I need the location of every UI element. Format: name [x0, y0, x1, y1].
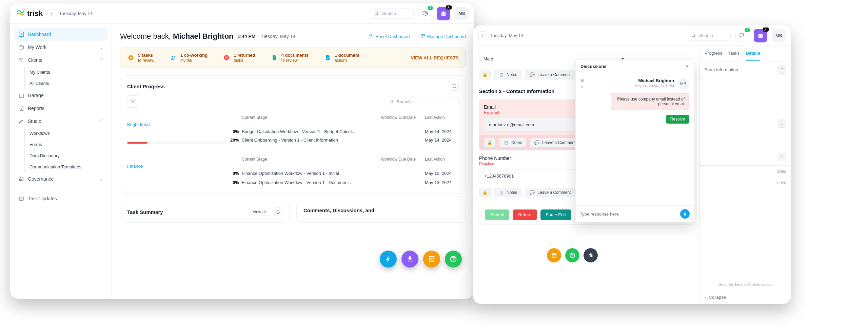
discussion-author: Michael Brighton — [588, 78, 674, 83]
side-section-2[interactable]: ⌄ — [700, 115, 791, 132]
filter-button[interactable] — [127, 95, 139, 108]
view-all-button[interactable]: View all — [249, 208, 270, 216]
logo: trisk — [16, 9, 43, 18]
bell-icon — [18, 196, 24, 202]
comment-pill[interactable]: 💬Leave a Comment — [525, 70, 575, 79]
search-input[interactable] — [397, 99, 454, 104]
form-detail-window: Tuesday, May 14 Search 2 AI MB Male ▾ 🔒 … — [473, 25, 791, 304]
trash-icon[interactable]: 🗑 — [580, 78, 585, 83]
edit-icon[interactable]: ✎ — [580, 85, 585, 90]
alert-tasks[interactable]: 5 tasksto review — [127, 53, 162, 63]
client-link-finance[interactable]: Finance — [127, 164, 459, 169]
send-button[interactable] — [680, 209, 690, 219]
notes-pill[interactable]: ▤Notes — [494, 70, 521, 79]
lock-pill[interactable]: 🔒 — [479, 188, 491, 197]
fab-lightning[interactable] — [380, 251, 397, 268]
chevron-down-icon: ⌄ — [778, 120, 786, 128]
search-icon — [691, 33, 696, 38]
mini-fab-archive[interactable] — [547, 248, 561, 262]
chevron-up-icon: ⌃ — [778, 153, 786, 161]
mini-fab-up[interactable]: UP — [584, 248, 598, 262]
alert-returned[interactable]: 1 returnedtasks — [223, 53, 263, 63]
reset-dashboard-link[interactable]: Reset Dashboard — [369, 34, 410, 39]
ai-assistant-button[interactable]: AI — [437, 7, 450, 20]
view-all-requests-link[interactable]: VIEW ALL REQUESTS — [411, 55, 459, 60]
collapse-button[interactable]: › Collapse — [700, 291, 791, 304]
nav-garage[interactable]: Garage — [14, 89, 107, 102]
notes-pill[interactable]: ▤Notes — [494, 188, 521, 197]
nav-studio[interactable]: Studio ⌃ — [14, 115, 107, 128]
date-prev-button[interactable] — [47, 9, 56, 18]
discussion-response-input[interactable] — [580, 212, 677, 217]
alert-documents[interactable]: 4 documentsto review — [271, 53, 316, 63]
alert-coworking[interactable]: 1 co-workinginvites — [170, 53, 215, 63]
date-prev-button[interactable] — [478, 31, 487, 40]
submit-button[interactable]: Submit — [485, 209, 509, 220]
refresh-icon — [369, 34, 373, 39]
panel-title: Client Progress — [127, 84, 165, 89]
tab-progress[interactable]: Progress — [705, 46, 722, 61]
side-section-3[interactable]: ⌃ — [700, 149, 791, 166]
user-avatar[interactable]: MB — [772, 29, 786, 42]
nav-my-clients[interactable]: My Clients — [29, 67, 107, 78]
svg-rect-20 — [430, 258, 434, 261]
logo-icon — [16, 9, 25, 18]
user-avatar[interactable]: MB — [455, 7, 469, 20]
chevron-down-icon: ⌄ — [99, 176, 103, 182]
svg-point-24 — [759, 35, 760, 36]
progress-search[interactable] — [384, 96, 459, 107]
svg-point-18 — [390, 100, 392, 102]
panel-title: Task Summary — [127, 209, 163, 215]
chat-button[interactable]: 2 — [735, 29, 749, 42]
tab-details[interactable]: Details — [746, 46, 760, 61]
nav-workflows[interactable]: Workflows — [29, 128, 107, 139]
nav-all-clients[interactable]: All Clients — [29, 78, 107, 89]
comment-pill[interactable]: 💬Leave a Comment — [530, 138, 580, 147]
return-button[interactable]: Return — [513, 209, 537, 220]
refresh-button[interactable] — [274, 207, 282, 216]
nav-updates[interactable]: Trisk Updates — [14, 192, 107, 205]
refresh-button[interactable] — [450, 82, 459, 91]
briefcase-icon — [18, 44, 24, 50]
global-search[interactable]: Search — [370, 8, 414, 19]
note-icon: ▤ — [498, 72, 504, 77]
chevron-up-icon: ⌃ — [778, 66, 786, 74]
header: trisk Tuesday, May 14 Search 2 AI MB — [10, 3, 474, 24]
lock-pill[interactable]: 🔒 — [484, 138, 495, 147]
ai-assistant-button[interactable]: AI — [754, 29, 767, 42]
nav-mywork[interactable]: My Work ⌄ — [14, 41, 107, 54]
file-drop-zone[interactable]: Drop files here or Click to upload — [700, 278, 791, 291]
details-sidebar: Progress Tasks Details Form Information … — [699, 46, 791, 304]
tab-tasks[interactable]: Tasks — [728, 46, 739, 61]
nav-reports[interactable]: Reports — [14, 102, 107, 115]
lightning-icon — [384, 255, 392, 263]
nav-governance[interactable]: Governance ⌄ — [14, 172, 107, 185]
client-progress-panel: Client Progress Current Stage Workflow D… — [120, 75, 466, 194]
nav-dashboard[interactable]: Dashboard — [14, 28, 107, 41]
fab-archive[interactable] — [423, 251, 440, 268]
rocket-icon — [406, 255, 414, 263]
svg-point-22 — [692, 34, 695, 36]
fab-rocket[interactable] — [401, 251, 418, 268]
client-link-bright-ideas[interactable]: Bright Ideas — [127, 122, 459, 127]
chat-button[interactable]: 2 — [418, 7, 432, 20]
fab-help[interactable] — [445, 251, 462, 268]
force-edit-button[interactable]: Force Edit — [540, 209, 571, 220]
mini-fab-help[interactable] — [565, 248, 579, 262]
svg-rect-11 — [421, 35, 422, 36]
nav-clients[interactable]: Clients ⌃ — [14, 54, 107, 67]
nav-data-dictionary[interactable]: Data Dictionary — [29, 150, 107, 161]
alert-doc-actions[interactable]: 1 documentactions — [324, 53, 367, 63]
nav-forms[interactable]: Forms — [29, 139, 107, 150]
nav-comm-templates[interactable]: Communication Templates — [29, 161, 107, 172]
lock-pill[interactable]: 🔒 — [479, 70, 491, 79]
manage-dashboard-link[interactable]: Manage Dashboard — [420, 34, 466, 39]
comment-pill[interactable]: 💬Leave a Comment — [525, 188, 575, 197]
form-info-section[interactable]: Form Information ⌃ — [700, 61, 791, 78]
resolve-button[interactable]: Resolve — [666, 115, 689, 124]
global-search[interactable]: Search — [687, 31, 731, 41]
notes-pill[interactable]: ▤Notes — [499, 138, 526, 147]
close-button[interactable]: ✕ — [685, 64, 689, 69]
header-date: Tuesday, May 14 — [59, 11, 92, 16]
svg-point-16 — [174, 56, 175, 57]
